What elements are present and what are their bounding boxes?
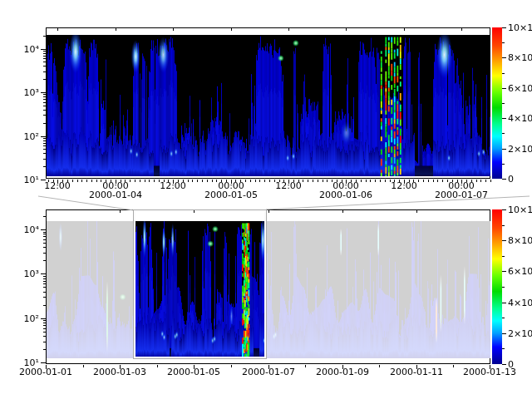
x-minor-tick [305,365,306,367]
colorbar-bottom [492,209,502,364]
colorbar-minor-tick [502,103,505,104]
x-minor-tick [91,180,92,182]
y-tick-label: 10³ [11,269,39,278]
y-tick-label: 10¹ [11,175,39,185]
x-minor-tick [164,180,165,182]
x-minor-tick [250,180,251,182]
y-minor-tick [43,297,46,298]
x-minor-tick [298,180,299,182]
y-minor-tick [43,349,46,350]
y-minor-tick [43,159,46,160]
overview-spectrogram [47,221,490,358]
x-minor-tick [81,180,82,182]
x-minor-tick [366,180,367,182]
x-tick-label-date: 2000-01-11 [389,367,444,377]
x-minor-tick [418,180,419,182]
y-minor-tick [43,332,46,332]
top-spectrogram [47,35,490,176]
x-minor-tick [62,180,63,182]
y-minor-tick [43,166,46,167]
x-minor-tick [433,180,434,182]
y-minor-tick [43,149,46,150]
y-minor-tick [43,247,46,248]
colorbar-tick-label: 10×10⁷ [508,23,532,32]
x-minor-tick [157,365,158,367]
x-tick-label-date: 2000-01-07 [434,190,489,200]
y-minor-tick [43,145,46,146]
x-minor-tick [423,180,424,182]
colorbar-tick-label: 10×10⁷ [508,205,532,214]
x-minor-tick [485,180,486,182]
x-minor-tick [264,180,265,182]
y-major-tick [41,318,46,319]
y-tick-label: 10² [11,314,39,323]
x-major-tick-top [461,28,462,31]
colorbar-tick-label: 4×10⁷ [508,114,532,123]
y-major-tick [41,180,46,180]
x-minor-tick [380,180,381,182]
x-minor-tick [183,180,184,182]
x-tick-label-time: 12:00 [268,181,309,190]
x-minor-tick [375,180,376,182]
y-minor-tick [43,260,46,261]
y-minor-tick [43,138,46,139]
x-minor-tick [490,180,491,182]
x-minor-tick [323,180,323,182]
x-minor-tick [145,180,145,182]
x-major-tick-top [57,28,58,31]
x-minor-tick [178,180,179,182]
x-minor-tick [283,180,284,182]
y-minor-tick [43,99,46,100]
x-major-tick-top [268,210,269,213]
colorbar-major-tick [502,88,506,89]
colorbar-major-tick [502,240,506,241]
x-minor-tick [453,365,454,367]
x-minor-tick [212,180,213,182]
x-minor-tick [385,180,386,182]
y-tick-label: 10⁴ [11,45,39,54]
y-minor-tick [43,58,46,59]
x-minor-tick [390,180,391,182]
x-minor-tick [168,180,169,182]
x-minor-tick [413,180,414,182]
x-minor-tick [269,180,270,182]
x-major-tick-top [116,28,116,31]
y-tick-label: 10¹ [11,358,39,367]
x-minor-tick [111,180,111,182]
x-minor-tick [106,180,106,182]
x-tick-label-date: 2000-01-03 [92,367,147,377]
x-tick-label-date: 2000-01-05 [166,367,221,377]
x-minor-tick [394,180,395,182]
x-minor-tick [279,180,280,182]
y-minor-tick [43,325,46,326]
colorbar-minor-tick [502,164,505,165]
colorbar-major-tick [502,303,506,303]
x-minor-tick [480,180,481,182]
x-minor-tick [342,180,342,182]
x-minor-tick [351,180,352,182]
colorbar-tick-label: 0 [508,175,532,184]
x-minor-tick [337,180,337,182]
x-minor-tick [476,180,477,182]
x-minor-tick [192,180,193,182]
x-major-tick-top [194,210,195,213]
x-minor-tick [154,180,155,182]
y-minor-tick [43,51,46,52]
colorbar-minor-tick [502,225,505,226]
x-tick-label-time: 12:00 [37,181,78,190]
colorbar-minor-tick [502,287,505,288]
y-minor-tick [43,234,46,234]
y-minor-tick [43,140,46,141]
y-minor-tick [43,62,46,62]
x-minor-tick [466,180,467,182]
colorbar-major-tick [502,364,506,365]
x-minor-tick [399,180,400,182]
x-minor-tick [332,180,332,182]
y-minor-tick [43,323,46,323]
y-minor-tick [43,56,46,57]
y-minor-tick [43,342,46,342]
zoom-selection-box[interactable] [134,210,266,358]
x-minor-tick [135,180,135,182]
x-minor-tick [245,180,246,182]
y-minor-tick [43,53,46,54]
